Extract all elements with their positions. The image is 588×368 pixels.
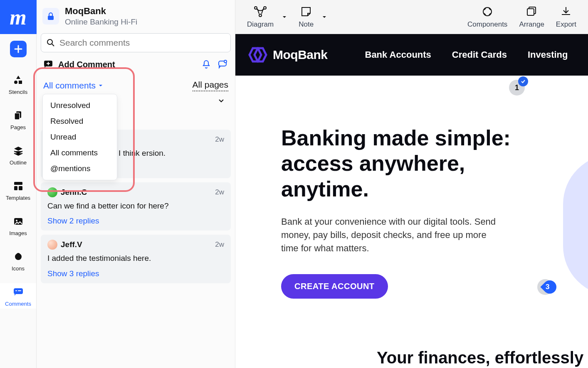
dropdown-item-unread[interactable]: Unread <box>43 129 117 145</box>
lock-badge[interactable] <box>42 8 59 25</box>
svg-rect-5 <box>14 186 17 190</box>
chat-settings-icon[interactable] <box>217 59 228 70</box>
sidebar-item-pages[interactable]: Pages <box>0 107 36 132</box>
sidebar-item-label: Stencils <box>9 89 28 95</box>
sidebar-item-label: Comments <box>5 301 31 307</box>
check-icon <box>518 76 528 86</box>
comments-panel: MoqBank Online Banking Hi-Fi Add Comment… <box>37 0 235 368</box>
mock-nav-link[interactable]: Investing <box>528 49 568 60</box>
dropdown-item-mentions[interactable]: @mentions <box>43 161 117 177</box>
dropdown-item-unresolved[interactable]: Unresolved <box>43 98 117 113</box>
add-comment-label: Add Comment <box>58 60 115 69</box>
mock-hero-subtitle: Bank at your convenience with our digita… <box>281 215 497 255</box>
mock-hero-title: Banking made simple: access anywhere, an… <box>281 125 539 202</box>
comment-time: 2w <box>215 240 224 249</box>
stencils-icon <box>11 73 25 87</box>
caret-down-icon <box>98 83 103 88</box>
mock-second-headline: Your finances, effortlessly m <box>281 348 588 367</box>
toolbar-note-button[interactable]: Note <box>299 5 314 29</box>
comment-time: 2w <box>215 188 224 196</box>
mock-cta-button[interactable]: CREATE ACCOUNT <box>281 274 388 299</box>
sidebar-item-templates[interactable]: Templates <box>0 177 36 203</box>
svg-rect-6 <box>19 186 22 190</box>
sidebar-item-icons[interactable]: Icons <box>0 248 36 273</box>
svg-point-13 <box>47 39 52 44</box>
plus-icon <box>14 45 22 53</box>
comment-text: Can we find a better icon for here? <box>47 201 224 212</box>
toolbar-arrange-button[interactable]: Arrange <box>519 5 544 29</box>
toolbar-label: Components <box>467 20 507 29</box>
dropdown-item-resolved[interactable]: Resolved <box>43 113 117 129</box>
pages-filter-dropdown[interactable]: All pages <box>193 80 228 91</box>
svg-rect-4 <box>14 182 22 185</box>
caret-down-icon[interactable] <box>322 15 327 20</box>
images-icon <box>11 214 25 228</box>
avatar <box>47 187 57 197</box>
add-comment-button[interactable]: Add Comment <box>43 59 115 69</box>
logo-letter: m <box>10 5 26 29</box>
svg-point-0 <box>14 81 17 84</box>
add-comment-icon <box>43 59 53 69</box>
left-sidebar: m Stencils Pages Outline <box>0 0 37 368</box>
svg-rect-22 <box>527 9 534 15</box>
mock-nav-link[interactable]: Bank Accounts <box>365 49 431 60</box>
top-toolbar: Diagram Note Components Arrange Export <box>235 0 588 34</box>
sidebar-item-label: Outline <box>10 159 27 166</box>
sidebar-item-outline[interactable]: Outline <box>0 142 36 167</box>
comments-filter-label: All comments <box>43 81 96 91</box>
toolbar-export-button[interactable]: Export <box>556 5 576 29</box>
svg-rect-10 <box>15 290 17 291</box>
project-title: MoqBank <box>65 6 137 17</box>
show-replies-link[interactable]: Show 3 replies <box>47 269 224 278</box>
toolbar-components-button[interactable]: Components <box>467 5 507 29</box>
marker-number: 1 <box>515 83 519 92</box>
chevron-down-icon[interactable] <box>217 97 225 105</box>
comment-card[interactable]: Jeff.V 2w I added the testimonials here.… <box>41 235 231 283</box>
search-input[interactable] <box>41 33 231 52</box>
mock-brand: MoqBank <box>273 48 328 62</box>
sidebar-item-comments[interactable]: Comments <box>0 283 36 309</box>
pages-filter-label: All pages <box>193 80 228 89</box>
marker-number: 3 <box>546 283 549 291</box>
arrange-icon <box>525 5 539 18</box>
dropdown-item-all[interactable]: All comments <box>43 145 117 161</box>
sidebar-item-images[interactable]: Images <box>0 213 36 238</box>
bell-icon[interactable] <box>201 59 212 70</box>
avatar <box>47 240 57 250</box>
comment-marker-1[interactable]: 1 <box>509 80 525 96</box>
add-button[interactable] <box>10 41 27 57</box>
pages-icon <box>11 108 25 123</box>
toolbar-label: Export <box>556 20 576 29</box>
filter-dropdown-menu: Unresolved Resolved Unread All comments … <box>42 94 117 180</box>
toolbar-label: Diagram <box>247 20 274 29</box>
svg-point-16 <box>224 60 227 63</box>
sidebar-item-stencils[interactable]: Stencils <box>0 71 36 97</box>
mock-site-nav: Bank Accounts Credit Cards Investing <box>365 49 568 60</box>
export-icon <box>559 5 573 18</box>
comment-time: 2w <box>215 135 224 144</box>
comments-filter-dropdown[interactable]: All comments <box>43 81 103 91</box>
sidebar-item-label: Icons <box>12 265 25 272</box>
svg-point-19 <box>259 14 262 17</box>
note-icon <box>300 5 312 18</box>
project-subtitle: Online Banking Hi-Fi <box>65 17 137 27</box>
toolbar-diagram-button[interactable]: Diagram <box>247 5 274 29</box>
search-field[interactable] <box>59 38 225 48</box>
canvas[interactable]: MoqBank Bank Accounts Credit Cards Inves… <box>235 34 588 368</box>
caret-down-icon[interactable] <box>282 15 287 20</box>
comment-text: I added the testimonials here. <box>47 253 224 264</box>
icons-icon <box>11 250 25 264</box>
right-area: Diagram Note Components Arrange Export <box>235 0 588 368</box>
sidebar-item-label: Images <box>9 230 27 236</box>
search-icon <box>46 38 55 47</box>
outline-icon <box>11 144 25 158</box>
show-replies-link[interactable]: Show 2 replies <box>47 216 224 226</box>
lock-icon <box>46 12 55 21</box>
comment-marker-3[interactable]: 3 <box>537 279 553 295</box>
toolbar-label: Note <box>299 20 314 29</box>
svg-rect-12 <box>48 16 54 20</box>
mock-nav-link[interactable]: Credit Cards <box>452 49 507 60</box>
svg-point-8 <box>16 220 17 221</box>
app-logo[interactable]: m <box>0 0 37 34</box>
comment-card[interactable]: Jenn.C 2w Can we find a better icon for … <box>41 182 231 231</box>
